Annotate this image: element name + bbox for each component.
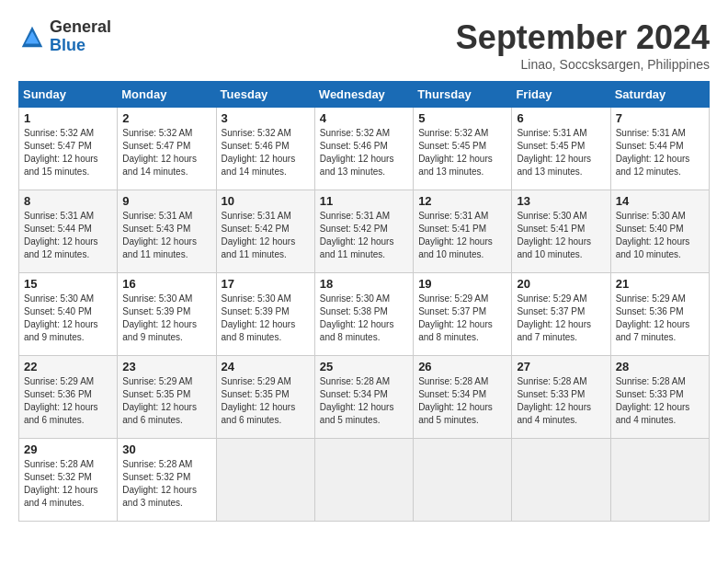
calendar-cell: 15Sunrise: 5:30 AMSunset: 5:40 PMDayligh… bbox=[19, 273, 118, 356]
calendar-cell bbox=[414, 439, 512, 522]
day-number: 18 bbox=[320, 277, 408, 291]
day-info: Sunrise: 5:31 AMSunset: 5:44 PMDaylight:… bbox=[616, 127, 704, 178]
calendar-cell: 21Sunrise: 5:29 AMSunset: 5:36 PMDayligh… bbox=[610, 273, 709, 356]
day-info: Sunrise: 5:31 AMSunset: 5:45 PMDaylight:… bbox=[517, 127, 605, 178]
day-info: Sunrise: 5:29 AMSunset: 5:35 PMDaylight:… bbox=[122, 375, 210, 427]
calendar-cell: 14Sunrise: 5:30 AMSunset: 5:40 PMDayligh… bbox=[610, 190, 709, 273]
day-info: Sunrise: 5:31 AMSunset: 5:42 PMDaylight:… bbox=[222, 210, 310, 261]
day-info: Sunrise: 5:30 AMSunset: 5:39 PMDaylight:… bbox=[222, 293, 310, 344]
weekday-header-tuesday: Tuesday bbox=[216, 82, 314, 108]
day-number: 21 bbox=[616, 277, 704, 291]
weekday-header-wednesday: Wednesday bbox=[314, 82, 413, 108]
day-number: 29 bbox=[24, 442, 112, 456]
calendar-week-row: 15Sunrise: 5:30 AMSunset: 5:40 PMDayligh… bbox=[19, 273, 710, 356]
day-info: Sunrise: 5:29 AMSunset: 5:35 PMDaylight:… bbox=[222, 375, 310, 427]
calendar-cell: 9Sunrise: 5:31 AMSunset: 5:43 PMDaylight… bbox=[118, 190, 216, 273]
calendar-week-row: 22Sunrise: 5:29 AMSunset: 5:36 PMDayligh… bbox=[19, 356, 710, 439]
day-number: 25 bbox=[320, 360, 408, 373]
weekday-header-thursday: Thursday bbox=[414, 82, 512, 108]
calendar-cell: 19Sunrise: 5:29 AMSunset: 5:37 PMDayligh… bbox=[414, 273, 512, 356]
weekday-header-friday: Friday bbox=[512, 82, 610, 108]
day-info: Sunrise: 5:32 AMSunset: 5:46 PMDaylight:… bbox=[222, 127, 310, 178]
weekday-header-row: SundayMondayTuesdayWednesdayThursdayFrid… bbox=[19, 82, 710, 108]
day-number: 20 bbox=[517, 277, 605, 291]
day-info: Sunrise: 5:28 AMSunset: 5:34 PMDaylight:… bbox=[320, 375, 408, 427]
day-number: 12 bbox=[418, 194, 506, 208]
day-info: Sunrise: 5:28 AMSunset: 5:32 PMDaylight:… bbox=[24, 458, 112, 510]
title-area: September 2024 Linao, Soccsksargen, Phil… bbox=[456, 18, 710, 72]
day-number: 17 bbox=[222, 277, 310, 291]
day-number: 1 bbox=[24, 111, 112, 125]
calendar-cell: 11Sunrise: 5:31 AMSunset: 5:42 PMDayligh… bbox=[314, 190, 413, 273]
day-info: Sunrise: 5:31 AMSunset: 5:41 PMDaylight:… bbox=[418, 210, 506, 261]
calendar-cell: 30Sunrise: 5:28 AMSunset: 5:32 PMDayligh… bbox=[118, 439, 216, 522]
calendar-cell: 8Sunrise: 5:31 AMSunset: 5:44 PMDaylight… bbox=[19, 190, 118, 273]
day-info: Sunrise: 5:32 AMSunset: 5:47 PMDaylight:… bbox=[122, 127, 210, 178]
page-header: General Blue September 2024 Linao, Soccs… bbox=[18, 18, 710, 72]
location-title: Linao, Soccsksargen, Philippines bbox=[456, 57, 710, 72]
day-number: 13 bbox=[517, 194, 605, 208]
day-number: 16 bbox=[122, 277, 210, 291]
day-info: Sunrise: 5:29 AMSunset: 5:37 PMDaylight:… bbox=[517, 293, 605, 344]
calendar-cell bbox=[610, 439, 709, 522]
calendar-cell: 4Sunrise: 5:32 AMSunset: 5:46 PMDaylight… bbox=[314, 108, 413, 190]
day-info: Sunrise: 5:28 AMSunset: 5:34 PMDaylight:… bbox=[418, 375, 506, 427]
day-number: 3 bbox=[222, 111, 310, 125]
calendar-cell: 23Sunrise: 5:29 AMSunset: 5:35 PMDayligh… bbox=[118, 356, 216, 439]
calendar-cell: 20Sunrise: 5:29 AMSunset: 5:37 PMDayligh… bbox=[512, 273, 610, 356]
calendar-cell bbox=[512, 439, 610, 522]
day-number: 14 bbox=[616, 194, 704, 208]
logo-text: General Blue bbox=[50, 18, 111, 55]
day-info: Sunrise: 5:30 AMSunset: 5:40 PMDaylight:… bbox=[616, 210, 704, 261]
calendar-cell bbox=[314, 439, 413, 522]
calendar-week-row: 29Sunrise: 5:28 AMSunset: 5:32 PMDayligh… bbox=[19, 439, 710, 522]
calendar-table: SundayMondayTuesdayWednesdayThursdayFrid… bbox=[18, 81, 710, 522]
calendar-cell: 28Sunrise: 5:28 AMSunset: 5:33 PMDayligh… bbox=[610, 356, 709, 439]
calendar-cell: 6Sunrise: 5:31 AMSunset: 5:45 PMDaylight… bbox=[512, 108, 610, 190]
day-number: 23 bbox=[122, 360, 210, 373]
day-info: Sunrise: 5:32 AMSunset: 5:47 PMDaylight:… bbox=[24, 127, 112, 178]
day-number: 6 bbox=[517, 111, 605, 125]
calendar-cell: 13Sunrise: 5:30 AMSunset: 5:41 PMDayligh… bbox=[512, 190, 610, 273]
logo-icon bbox=[18, 23, 46, 51]
day-number: 7 bbox=[616, 111, 704, 125]
calendar-cell: 22Sunrise: 5:29 AMSunset: 5:36 PMDayligh… bbox=[19, 356, 118, 439]
calendar-cell: 25Sunrise: 5:28 AMSunset: 5:34 PMDayligh… bbox=[314, 356, 413, 439]
logo-general-text: General bbox=[50, 18, 111, 37]
calendar-cell: 17Sunrise: 5:30 AMSunset: 5:39 PMDayligh… bbox=[216, 273, 314, 356]
day-info: Sunrise: 5:32 AMSunset: 5:46 PMDaylight:… bbox=[320, 127, 408, 178]
day-number: 10 bbox=[222, 194, 310, 208]
day-info: Sunrise: 5:28 AMSunset: 5:33 PMDaylight:… bbox=[517, 375, 605, 427]
day-number: 5 bbox=[418, 111, 506, 125]
month-title: September 2024 bbox=[456, 18, 710, 57]
calendar-week-row: 8Sunrise: 5:31 AMSunset: 5:44 PMDaylight… bbox=[19, 190, 710, 273]
day-info: Sunrise: 5:32 AMSunset: 5:45 PMDaylight:… bbox=[418, 127, 506, 178]
calendar-cell bbox=[216, 439, 314, 522]
day-number: 24 bbox=[222, 360, 310, 373]
day-info: Sunrise: 5:31 AMSunset: 5:44 PMDaylight:… bbox=[24, 210, 112, 261]
day-number: 8 bbox=[24, 194, 112, 208]
day-info: Sunrise: 5:29 AMSunset: 5:36 PMDaylight:… bbox=[24, 375, 112, 427]
day-number: 9 bbox=[122, 194, 210, 208]
calendar-cell: 7Sunrise: 5:31 AMSunset: 5:44 PMDaylight… bbox=[610, 108, 709, 190]
day-info: Sunrise: 5:28 AMSunset: 5:33 PMDaylight:… bbox=[616, 375, 704, 427]
day-info: Sunrise: 5:30 AMSunset: 5:39 PMDaylight:… bbox=[122, 293, 210, 344]
day-number: 19 bbox=[418, 277, 506, 291]
day-number: 28 bbox=[616, 360, 704, 373]
day-info: Sunrise: 5:30 AMSunset: 5:38 PMDaylight:… bbox=[320, 293, 408, 344]
calendar-cell: 5Sunrise: 5:32 AMSunset: 5:45 PMDaylight… bbox=[414, 108, 512, 190]
calendar-cell: 12Sunrise: 5:31 AMSunset: 5:41 PMDayligh… bbox=[414, 190, 512, 273]
calendar-cell: 29Sunrise: 5:28 AMSunset: 5:32 PMDayligh… bbox=[19, 439, 118, 522]
calendar-week-row: 1Sunrise: 5:32 AMSunset: 5:47 PMDaylight… bbox=[19, 108, 710, 190]
weekday-header-monday: Monday bbox=[118, 82, 216, 108]
weekday-header-sunday: Sunday bbox=[19, 82, 118, 108]
day-number: 11 bbox=[320, 194, 408, 208]
day-info: Sunrise: 5:29 AMSunset: 5:37 PMDaylight:… bbox=[418, 293, 506, 344]
calendar-cell: 18Sunrise: 5:30 AMSunset: 5:38 PMDayligh… bbox=[314, 273, 413, 356]
day-info: Sunrise: 5:29 AMSunset: 5:36 PMDaylight:… bbox=[616, 293, 704, 344]
day-number: 2 bbox=[122, 111, 210, 125]
day-number: 30 bbox=[122, 442, 210, 456]
day-info: Sunrise: 5:30 AMSunset: 5:40 PMDaylight:… bbox=[24, 293, 112, 344]
day-info: Sunrise: 5:31 AMSunset: 5:42 PMDaylight:… bbox=[320, 210, 408, 261]
calendar-cell: 26Sunrise: 5:28 AMSunset: 5:34 PMDayligh… bbox=[414, 356, 512, 439]
